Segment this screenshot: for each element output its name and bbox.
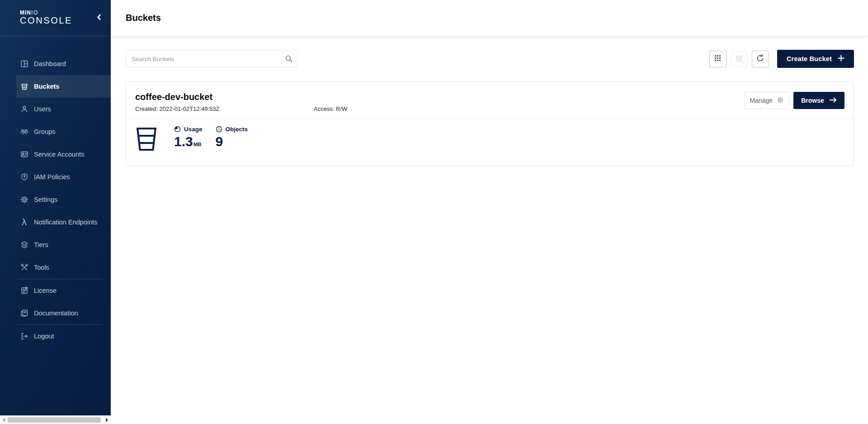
sidebar-collapse-button[interactable] [94, 12, 104, 24]
sidebar-item-license[interactable]: License [16, 279, 111, 302]
objects-icon [216, 126, 222, 133]
pie-chart-icon [174, 126, 181, 133]
objects-metric: Objects 9 [216, 126, 248, 149]
sidebar-menu: Dashboard Buckets Users Groups [0, 52, 111, 348]
search-box [126, 50, 297, 67]
browse-button[interactable]: Browse [793, 92, 844, 109]
plus-icon [838, 55, 844, 63]
app-root: MINIO CONSOLE Dashboard Buckets [0, 0, 868, 424]
bucket-card-body: Usage 1.3MB Objects 9 [126, 119, 854, 166]
sidebar-item-label: IAM Policies [34, 173, 70, 181]
list-view-button[interactable] [731, 51, 748, 67]
chevron-left-icon [96, 14, 102, 22]
sidebar-item-label: Settings [34, 196, 57, 203]
sidebar-item-label: License [34, 287, 57, 294]
bucket-card-header: coffee-dev-bucket Created: 2022-01-02T12… [126, 82, 854, 112]
service-accounts-icon [20, 150, 28, 159]
sidebar-item-iam-policies[interactable]: IAM Policies [16, 166, 111, 188]
usage-label-row: Usage [174, 126, 203, 133]
usage-number: 1.3 [174, 134, 193, 149]
scrollbar-thumb[interactable] [8, 417, 101, 423]
sidebar-item-label: Dashboard [34, 60, 66, 67]
manage-button[interactable]: Manage [744, 92, 789, 109]
grid-view-button[interactable] [709, 51, 726, 67]
sidebar-item-label: Logout [34, 333, 54, 340]
sidebar-item-settings[interactable]: Settings [16, 188, 111, 211]
tools-icon [20, 263, 28, 272]
list-view-bucket-icon [735, 54, 743, 64]
sidebar-item-documentation[interactable]: Documentation [16, 302, 111, 324]
sidebar-item-label: Buckets [34, 83, 59, 90]
arrow-right-icon [829, 97, 837, 105]
page-header: Buckets [111, 0, 868, 36]
objects-label: Objects [226, 126, 248, 133]
logout-icon [20, 332, 28, 341]
bucket-access: Access: R/W [314, 105, 347, 112]
groups-icon [20, 128, 28, 136]
buckets-content: Create Bucket coffee-dev-bucket Created:… [111, 36, 868, 166]
manage-label: Manage [750, 97, 773, 104]
sidebar-item-logout[interactable]: Logout [16, 325, 111, 348]
usage-unit: MB [193, 142, 202, 147]
create-bucket-label: Create Bucket [787, 55, 832, 62]
bucket-head: coffee-dev-bucket Created: 2022-01-02T12… [135, 91, 314, 112]
sidebar-item-label: Tiers [34, 241, 48, 248]
sidebar-item-label: Documentation [34, 310, 78, 317]
users-icon [20, 105, 28, 114]
brand-wordmark: MINIO [20, 10, 72, 15]
brand-light: IO [31, 10, 38, 16]
toolbar-actions: Create Bucket [709, 50, 854, 68]
usage-value: 1.3MB [174, 134, 203, 149]
sidebar-item-dashboard[interactable]: Dashboard [16, 52, 111, 75]
minio-logo: MINIO CONSOLE [20, 10, 72, 26]
refresh-button[interactable] [752, 51, 769, 67]
buckets-toolbar: Create Bucket [126, 50, 854, 68]
brand-subtitle: CONSOLE [20, 15, 72, 26]
scroll-right-arrow-icon[interactable] [103, 416, 111, 424]
usage-metric: Usage 1.3MB [174, 126, 203, 149]
sidebar-item-service-accounts[interactable]: Service Accounts [16, 143, 111, 166]
sidebar-item-tools[interactable]: Tools [16, 256, 111, 279]
search-input[interactable] [126, 50, 297, 67]
settings-icon [20, 195, 28, 204]
sidebar-item-label: Groups [34, 128, 56, 135]
bucket-card: coffee-dev-bucket Created: 2022-01-02T12… [126, 81, 854, 166]
main-area: Buckets [111, 0, 868, 424]
page-title: Buckets [126, 13, 161, 23]
iam-policies-icon [20, 173, 28, 181]
refresh-icon [756, 54, 764, 64]
buckets-icon [20, 82, 28, 91]
gear-icon [777, 96, 784, 105]
scroll-left-arrow-icon[interactable] [0, 416, 8, 424]
logo-row: MINIO CONSOLE [0, 0, 111, 36]
sidebar-item-label: Notification Endpoints [34, 219, 97, 226]
brand-bold: MIN [20, 10, 31, 16]
tiers-icon [20, 241, 28, 249]
sidebar-item-tiers[interactable]: Tiers [16, 233, 111, 256]
bucket-card-actions: Manage Browse [744, 92, 844, 109]
documentation-icon [20, 309, 28, 318]
bucket-icon [135, 126, 158, 153]
sidebar-item-label: Users [34, 105, 51, 113]
sidebar-item-buckets[interactable]: Buckets [16, 75, 111, 98]
create-bucket-button[interactable]: Create Bucket [777, 50, 854, 68]
sidebar-item-label: Service Accounts [34, 151, 84, 158]
scrollbar-track[interactable] [8, 416, 103, 424]
lambda-icon: λ [20, 218, 28, 227]
sidebar-item-groups[interactable]: Groups [16, 120, 111, 143]
sidebar-item-notification-endpoints[interactable]: λ Notification Endpoints [16, 211, 111, 233]
sidebar: MINIO CONSOLE Dashboard Buckets [0, 0, 111, 424]
browse-label: Browse [801, 97, 824, 104]
grid-view-icon [714, 54, 722, 63]
objects-value: 9 [216, 134, 248, 149]
bucket-name[interactable]: coffee-dev-bucket [135, 91, 314, 102]
horizontal-scrollbar[interactable] [0, 415, 111, 424]
objects-number: 9 [216, 134, 223, 149]
license-icon [20, 286, 28, 295]
objects-label-row: Objects [216, 126, 248, 133]
sidebar-item-users[interactable]: Users [16, 98, 111, 120]
usage-label: Usage [184, 126, 203, 133]
dashboard-icon [20, 60, 28, 68]
sidebar-item-label: Tools [34, 264, 49, 271]
bucket-created: Created: 2022-01-02T12:49:53Z [135, 105, 314, 112]
